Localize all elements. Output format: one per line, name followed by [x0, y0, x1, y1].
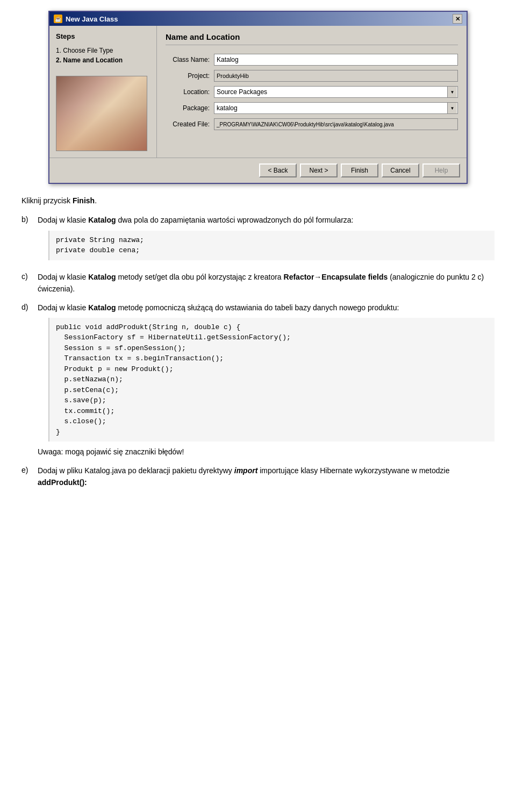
- section-b-content: Dodaj w klasie Katalog dwa pola do zapam…: [38, 214, 494, 264]
- section-b-label: b): [22, 214, 38, 264]
- section-e-label: e): [22, 465, 38, 489]
- created-file-row: Created File: _PROGRAMY\WAZNIAK\CW06\Pro…: [166, 118, 458, 130]
- dialog-titlebar-left: ☕ New Java Class: [54, 15, 118, 23]
- section-c-text: Dodaj w klasie Katalog metody set/get dl…: [38, 271, 494, 295]
- step-2: 2. Name and Location: [56, 55, 150, 65]
- section-d-text: Dodaj w klasie Katalog metodę pomocniczą…: [38, 302, 494, 314]
- section-c-content: Dodaj w klasie Katalog metody set/get dl…: [38, 271, 494, 295]
- package-select[interactable]: katalog: [214, 102, 458, 114]
- steps-decorative-image: [56, 76, 147, 151]
- help-button[interactable]: Help: [422, 163, 460, 177]
- location-row: Location: Source Packages ▼: [166, 86, 458, 98]
- section-e-text: Dodaj w pliku Katalog.java po deklaracji…: [38, 465, 494, 489]
- package-row: Package: katalog ▼: [166, 102, 458, 114]
- section-b-text: Dodaj w klasie Katalog dwa pola do zapam…: [38, 214, 494, 226]
- section-c: c) Dodaj w klasie Katalog metody set/get…: [22, 271, 494, 295]
- katalog-ref-b1: Katalog: [88, 216, 116, 224]
- project-value: ProduktyHib: [214, 70, 458, 82]
- page-content: Kliknij przycisk Finish. b) Dodaj w klas…: [16, 195, 500, 489]
- dialog-titlebar: ☕ New Java Class ✕: [49, 12, 467, 26]
- section-d-content: Dodaj w klasie Katalog metodę pomocniczą…: [38, 302, 494, 458]
- steps-panel: Steps 1. Choose File Type 2. Name and Lo…: [49, 26, 157, 158]
- dialog-close-button[interactable]: ✕: [453, 14, 462, 24]
- dialog-title-icon: ☕: [54, 15, 62, 23]
- section-e: e) Dodaj w pliku Katalog.java po deklara…: [22, 465, 494, 489]
- location-select[interactable]: Source Packages: [214, 86, 458, 98]
- section-d-label: d): [22, 302, 38, 458]
- section-d-note: Uwaga: mogą pojawić się znaczniki błędów…: [38, 446, 494, 458]
- import-keyword: import: [234, 466, 258, 475]
- dialog-footer: < Back Next > Finish Cancel Help: [49, 158, 467, 183]
- package-label: Package:: [166, 104, 214, 112]
- cancel-button[interactable]: Cancel: [382, 163, 419, 177]
- location-select-wrapper: Source Packages ▼: [214, 86, 458, 98]
- katalog-ref-c: Katalog: [88, 273, 116, 281]
- addprodukt-ref: addProdukt():: [38, 478, 87, 487]
- dialog-body: Steps 1. Choose File Type 2. Name and Lo…: [49, 26, 467, 158]
- code-block-d: public void addProdukt(String n, double …: [48, 318, 494, 442]
- code-block-b: private String nazwa; private double cen…: [48, 231, 494, 260]
- created-file-value: _PROGRAMY\WAZNIAK\CW06\ProduktyHib\src\j…: [214, 118, 458, 130]
- project-row: Project: ProduktyHib: [166, 70, 458, 82]
- section-d: d) Dodaj w klasie Katalog metodę pomocni…: [22, 302, 494, 458]
- section-e-content: Dodaj w pliku Katalog.java po deklaracji…: [38, 465, 494, 489]
- steps-title: Steps: [56, 32, 150, 40]
- location-label: Location:: [166, 88, 214, 96]
- main-panel: Name and Location Class Name: Project: P…: [157, 26, 467, 158]
- project-label: Project:: [166, 72, 214, 80]
- class-name-input[interactable]: [214, 54, 458, 66]
- section-b: b) Dodaj w klasie Katalog dwa pola do za…: [22, 214, 494, 264]
- package-select-wrapper: katalog ▼: [214, 102, 458, 114]
- katalog-ref-d: Katalog: [88, 303, 116, 312]
- section-c-label: c): [22, 271, 38, 295]
- back-button[interactable]: < Back: [259, 163, 297, 177]
- panel-title: Name and Location: [166, 32, 458, 45]
- new-java-class-dialog: ☕ New Java Class ✕ Steps 1. Choose File …: [48, 11, 468, 184]
- finish-reference: Finish: [73, 196, 95, 205]
- intro-paragraph: Kliknij przycisk Finish.: [22, 195, 494, 206]
- dialog-title: New Java Class: [66, 15, 118, 23]
- refactor-ref: Refactor→Encapsulate fields: [284, 273, 388, 281]
- step-1: 1. Choose File Type: [56, 46, 150, 55]
- created-file-label: Created File:: [166, 120, 214, 128]
- finish-button[interactable]: Finish: [341, 163, 378, 177]
- class-name-label: Class Name:: [166, 56, 214, 63]
- next-button[interactable]: Next >: [300, 163, 338, 177]
- class-name-row: Class Name:: [166, 54, 458, 66]
